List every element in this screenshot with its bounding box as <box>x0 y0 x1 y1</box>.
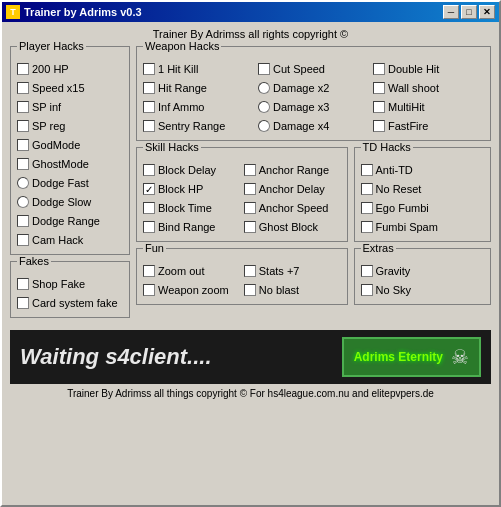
list-item: Sentry Range <box>143 118 254 134</box>
cam-hack-checkbox[interactable] <box>17 234 29 246</box>
list-item: Dodge Fast <box>17 175 123 191</box>
wall-shoot-checkbox[interactable] <box>373 82 385 94</box>
ghost-block-checkbox[interactable] <box>244 221 256 233</box>
spreg-checkbox[interactable] <box>17 120 29 132</box>
sentry-range-checkbox[interactable] <box>143 120 155 132</box>
zoom-out-checkbox[interactable] <box>143 265 155 277</box>
fastfire-checkbox[interactable] <box>373 120 385 132</box>
list-item: Cut Speed <box>258 61 369 77</box>
godmode-checkbox[interactable] <box>17 139 29 151</box>
extras-label: Extras <box>361 242 396 254</box>
dodge-range-label: Dodge Range <box>32 213 100 229</box>
1hk-checkbox[interactable] <box>143 63 155 75</box>
right-column: Weapon Hacks 1 Hit Kill Hit Range <box>136 46 491 324</box>
hit-range-checkbox[interactable] <box>143 82 155 94</box>
block-time-checkbox[interactable] <box>143 202 155 214</box>
list-item: Cam Hack <box>17 232 123 248</box>
list-item: Double Hit <box>373 61 484 77</box>
fun-group: Fun Zoom out Weapon zoom <box>136 248 348 305</box>
no-blast-checkbox[interactable] <box>244 284 256 296</box>
cut-speed-checkbox[interactable] <box>258 63 270 75</box>
list-item: Block HP <box>143 181 240 197</box>
list-item: GodMode <box>17 137 123 153</box>
fun-label: Fun <box>143 242 166 254</box>
list-item: 1 Hit Kill <box>143 61 254 77</box>
dodge-fast-radio[interactable] <box>17 177 29 189</box>
list-item: Hit Range <box>143 80 254 96</box>
multihit-label: MultiHit <box>388 99 425 115</box>
gravity-checkbox[interactable] <box>361 265 373 277</box>
wall-shoot-label: Wall shoot <box>388 80 439 96</box>
main-window: T Trainer by Adrims v0.3 ─ □ ✕ Trainer B… <box>0 0 501 507</box>
anti-td-checkbox[interactable] <box>361 164 373 176</box>
skill-col-1: Block Delay Block HP Block Time <box>143 162 240 235</box>
list-item: Bind Range <box>143 219 240 235</box>
card-fake-label: Card system fake <box>32 295 118 311</box>
ghostmode-checkbox[interactable] <box>17 158 29 170</box>
no-sky-checkbox[interactable] <box>361 284 373 296</box>
anchor-speed-checkbox[interactable] <box>244 202 256 214</box>
bind-range-checkbox[interactable] <box>143 221 155 233</box>
list-item: No blast <box>244 282 341 298</box>
dodge-slow-label: Dodge Slow <box>32 194 91 210</box>
close-button[interactable]: ✕ <box>479 5 495 19</box>
anchor-range-checkbox[interactable] <box>244 164 256 176</box>
200hp-checkbox[interactable] <box>17 63 29 75</box>
anchor-speed-label: Anchor Speed <box>259 200 329 216</box>
speed-checkbox[interactable] <box>17 82 29 94</box>
block-hp-checkbox[interactable] <box>143 183 155 195</box>
stats7-checkbox[interactable] <box>244 265 256 277</box>
no-reset-checkbox[interactable] <box>361 183 373 195</box>
zoom-out-label: Zoom out <box>158 263 204 279</box>
godmode-label: GodMode <box>32 137 80 153</box>
anchor-delay-label: Anchor Delay <box>259 181 325 197</box>
list-item: Zoom out <box>143 263 240 279</box>
cut-speed-label: Cut Speed <box>273 61 325 77</box>
eternity-text: Adrims Eternity <box>354 350 443 364</box>
inf-ammo-label: Inf Ammo <box>158 99 204 115</box>
double-hit-checkbox[interactable] <box>373 63 385 75</box>
list-item: Weapon zoom <box>143 282 240 298</box>
no-reset-label: No Reset <box>376 181 422 197</box>
card-fake-checkbox[interactable] <box>17 297 29 309</box>
list-item: No Sky <box>361 282 484 298</box>
list-item: GhostMode <box>17 156 123 172</box>
fakes-label: Fakes <box>17 255 51 267</box>
maximize-button[interactable]: □ <box>461 5 477 19</box>
block-delay-label: Block Delay <box>158 162 216 178</box>
damage-x4-label: Damage x4 <box>273 118 329 134</box>
multihit-checkbox[interactable] <box>373 101 385 113</box>
list-item: Dodge Range <box>17 213 123 229</box>
minimize-button[interactable]: ─ <box>443 5 459 19</box>
weapon-zoom-checkbox[interactable] <box>143 284 155 296</box>
ego-fumbi-checkbox[interactable] <box>361 202 373 214</box>
block-delay-checkbox[interactable] <box>143 164 155 176</box>
damage-x3-radio[interactable] <box>258 101 270 113</box>
bind-range-label: Bind Range <box>158 219 216 235</box>
weapon-zoom-label: Weapon zoom <box>158 282 229 298</box>
sentry-range-label: Sentry Range <box>158 118 225 134</box>
ego-fumbi-label: Ego Fumbi <box>376 200 429 216</box>
damage-x2-radio[interactable] <box>258 82 270 94</box>
weapon-col-3: Double Hit Wall shoot MultiHit <box>373 61 484 134</box>
dodge-slow-radio[interactable] <box>17 196 29 208</box>
weapon-hacks-cols: 1 Hit Kill Hit Range Inf Ammo <box>143 61 484 134</box>
damage-x4-radio[interactable] <box>258 120 270 132</box>
anchor-range-label: Anchor Range <box>259 162 329 178</box>
inf-ammo-checkbox[interactable] <box>143 101 155 113</box>
list-item: Gravity <box>361 263 484 279</box>
list-item: Card system fake <box>17 295 123 311</box>
fun-cols: Zoom out Weapon zoom Stats + <box>143 263 341 298</box>
weapon-hacks-label: Weapon Hacks <box>143 40 221 52</box>
window-title: Trainer by Adrims v0.3 <box>24 6 142 18</box>
dodge-range-checkbox[interactable] <box>17 215 29 227</box>
spreg-label: SP reg <box>32 118 65 134</box>
content-area: Trainer By Adrimss all rights copyright … <box>2 22 499 407</box>
skill-col-2: Anchor Range Anchor Delay Anchor Speed <box>244 162 341 235</box>
skill-hacks-group: Skill Hacks Block Delay Block HP <box>136 147 348 242</box>
shop-fake-checkbox[interactable] <box>17 278 29 290</box>
td-hacks-group: TD Hacks Anti-TD No Reset Ego Fumbi <box>354 147 491 242</box>
fumbi-spam-checkbox[interactable] <box>361 221 373 233</box>
anchor-delay-checkbox[interactable] <box>244 183 256 195</box>
spinf-checkbox[interactable] <box>17 101 29 113</box>
